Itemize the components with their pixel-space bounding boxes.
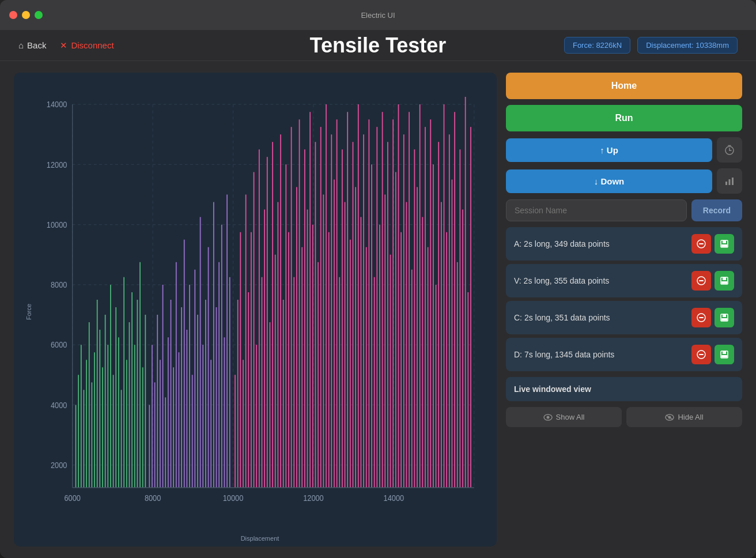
live-view-label: Live windowed view	[514, 384, 591, 394]
disconnect-label: Disconnect	[71, 40, 114, 50]
save-icon	[720, 276, 729, 285]
home-icon: ⌂	[18, 40, 24, 50]
svg-rect-189	[723, 277, 726, 280]
delete-icon	[697, 350, 706, 359]
save-c-button[interactable]	[715, 308, 734, 327]
svg-text:6000: 6000	[51, 341, 67, 350]
svg-rect-184	[723, 240, 726, 243]
disconnect-button[interactable]: ✕ Disconnect	[60, 40, 114, 51]
force-badge: Force: 8226kN	[564, 37, 630, 54]
session-item-v: V: 2s long, 355 data points	[506, 264, 742, 297]
record-button[interactable]: Record	[691, 199, 742, 221]
save-v-button[interactable]	[715, 271, 734, 291]
svg-text:10000: 10000	[47, 220, 67, 229]
purple-series	[149, 195, 229, 488]
save-icon	[720, 350, 729, 359]
y-axis-label: Force	[23, 82, 32, 542]
displacement-badge: Displacement: 10338mm	[637, 37, 738, 54]
svg-rect-199	[723, 351, 726, 354]
eye-icon	[543, 414, 553, 421]
down-row: ↓ Down	[506, 168, 742, 194]
show-hide-row: Show All Hide All	[506, 407, 742, 427]
svg-rect-195	[721, 318, 727, 321]
session-item-c: C: 2s long, 351 data points	[506, 301, 742, 334]
svg-rect-185	[721, 244, 727, 247]
main-content: Force	[0, 61, 756, 558]
chart-panel: Force	[14, 73, 497, 546]
minimize-button[interactable]	[22, 11, 30, 19]
maximize-button[interactable]	[35, 11, 43, 19]
svg-rect-179	[729, 179, 731, 185]
traffic-lights	[9, 11, 43, 19]
svg-text:12000: 12000	[47, 160, 67, 169]
session-actions-v	[691, 271, 734, 291]
delete-d-button[interactable]	[691, 345, 711, 364]
svg-text:4000: 4000	[51, 401, 67, 410]
session-actions-c	[691, 308, 734, 327]
timer-icon-button[interactable]	[717, 137, 742, 163]
session-list: A: 2s long, 349 data points	[506, 227, 742, 371]
pink-series	[235, 97, 471, 488]
save-a-button[interactable]	[715, 234, 734, 254]
session-label-c: C: 2s long, 351 data points	[514, 313, 610, 322]
svg-text:2000: 2000	[51, 461, 67, 470]
up-row: ↑ Up	[506, 137, 742, 163]
delete-v-button[interactable]	[691, 271, 711, 291]
close-icon: ✕	[60, 40, 67, 51]
back-button[interactable]: ⌂ Back	[18, 40, 46, 50]
svg-rect-200	[721, 355, 727, 357]
app-window: Electric UI ⌂ Back ✕ Disconnect Tensile …	[0, 0, 756, 558]
svg-text:14000: 14000	[384, 494, 405, 503]
session-item-a: A: 2s long, 349 data points	[506, 227, 742, 261]
page-title: Tensile Tester	[310, 33, 447, 58]
delete-icon	[697, 276, 706, 285]
delete-icon	[697, 313, 706, 322]
session-label-v: V: 2s long, 355 data points	[514, 276, 609, 285]
session-label-d: D: 7s long, 1345 data points	[514, 350, 614, 359]
svg-text:8000: 8000	[51, 280, 67, 289]
svg-text:6000: 6000	[64, 494, 81, 503]
run-button[interactable]: Run	[506, 105, 742, 131]
chart-svg: 14000 12000 10000 8000 6000 4000 2000 60…	[32, 82, 487, 533]
down-button[interactable]: ↓ Down	[506, 169, 712, 193]
svg-text:12000: 12000	[303, 494, 324, 503]
save-icon	[720, 313, 729, 322]
green-series	[76, 262, 146, 488]
window-title: Electric UI	[361, 11, 395, 20]
delete-icon	[697, 239, 706, 248]
svg-text:10000: 10000	[223, 494, 244, 503]
save-icon	[720, 239, 729, 248]
x-axis-label: Displacement	[32, 535, 487, 542]
svg-text:14000: 14000	[47, 100, 67, 110]
header: ⌂ Back ✕ Disconnect Tensile Tester Force…	[0, 30, 756, 61]
timer-icon	[724, 145, 735, 155]
header-left: ⌂ Back ✕ Disconnect	[18, 40, 114, 51]
session-actions-a	[691, 234, 734, 254]
back-label: Back	[27, 40, 46, 50]
delete-c-button[interactable]	[691, 308, 711, 327]
hide-all-button[interactable]: Hide All	[626, 407, 742, 427]
session-name-input[interactable]	[506, 199, 687, 221]
svg-rect-180	[732, 178, 734, 185]
live-view-item: Live windowed view	[506, 377, 742, 401]
record-row: Record	[506, 199, 742, 221]
svg-rect-190	[721, 281, 727, 284]
svg-line-205	[666, 415, 673, 420]
svg-point-202	[546, 416, 549, 418]
title-bar: Electric UI	[0, 0, 756, 30]
close-button[interactable]	[9, 11, 17, 19]
save-d-button[interactable]	[715, 345, 734, 364]
session-actions-d	[691, 345, 734, 364]
chart-svg-area: 14000 12000 10000 8000 6000 4000 2000 60…	[32, 82, 487, 533]
session-label-a: A: 2s long, 349 data points	[514, 239, 610, 248]
session-item-d: D: 7s long, 1345 data points	[506, 338, 742, 371]
delete-a-button[interactable]	[691, 234, 711, 254]
chart-icon	[724, 176, 735, 186]
home-button[interactable]: Home	[506, 73, 742, 99]
up-button[interactable]: ↑ Up	[506, 138, 712, 162]
show-all-button[interactable]: Show All	[506, 407, 622, 427]
chart-icon-button[interactable]	[717, 168, 742, 194]
svg-text:8000: 8000	[145, 494, 161, 503]
chart-with-axes: 14000 12000 10000 8000 6000 4000 2000 60…	[32, 82, 487, 542]
header-right: Force: 8226kN Displacement: 10338mm	[564, 37, 738, 54]
